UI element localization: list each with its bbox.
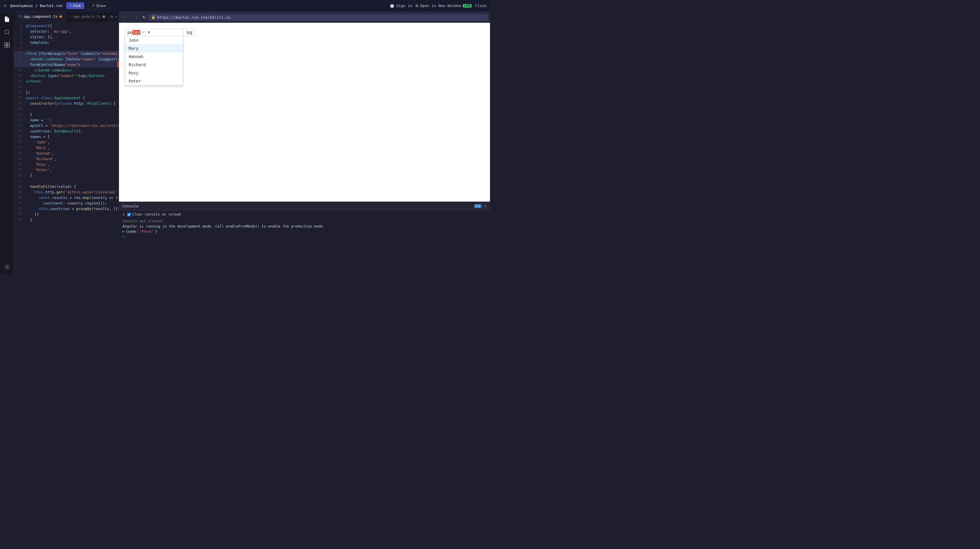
clear-console-icon[interactable]: ⊘ (123, 212, 125, 217)
combobox-value-highlight: ter (132, 30, 140, 35)
svg-point-0 (5, 30, 8, 34)
clear-on-reload-label[interactable]: Clear console on reload (127, 212, 181, 216)
svg-rect-4 (5, 45, 7, 48)
code-line-32: 32 ] (14, 173, 119, 178)
extensions-icon[interactable] (2, 40, 12, 50)
tab-app-component[interactable]: TS app.component.ts (15, 12, 65, 22)
code-line-30: 30 'Rosy', (14, 162, 119, 167)
console-header: Console ℹ 2 ∧ (119, 202, 490, 210)
refresh-button[interactable]: ↻ (142, 15, 146, 19)
console-angular-msg: Angular is running in the development mo… (123, 224, 487, 229)
code-line-12: 12 <kendo-combobox [data]="names" [sugge… (14, 56, 119, 62)
code-line-37: 37 continent: country.region}}); (14, 201, 119, 206)
split-editor-icon[interactable]: ⊟ (110, 14, 113, 19)
code-line-38: 38 this.countries = groupBy(results, [{f… (14, 206, 119, 212)
browser-pane: ← → ↻ 🔒 https://8wctw1.run.stackblitz.io… (119, 12, 490, 275)
code-line-21: 21 } (14, 112, 119, 117)
code-line-11: 11 <form [formGroup]="form" (submit)="on… (14, 51, 119, 56)
combobox-dropdown-button[interactable]: ▼ (145, 30, 152, 34)
angular-icon: ⬡ (69, 15, 72, 18)
code-line-27: 27 'Mary', (14, 145, 119, 151)
code-editor[interactable]: 6 @Component({ 7 selector: 'my-app', 8 s… (14, 22, 119, 275)
tab-bar: TS app.component.ts ⬡ app.module.ts ⊟ ⋯ (14, 12, 119, 22)
search-icon[interactable] (2, 27, 12, 37)
code-line-16: 16 ` (14, 84, 119, 89)
code-line-7: 7 selector: 'my-app', (14, 29, 119, 34)
console-toolbar: ⊘ Clear console on reload (123, 212, 487, 217)
code-line-20: 20 (14, 106, 119, 112)
tab-actions: ⊟ ⋯ (110, 14, 118, 19)
console-expand-arrow[interactable]: ▶ (123, 229, 124, 234)
log-button[interactable]: log (183, 29, 196, 36)
dropdown-item-hannah[interactable]: Hannah (125, 53, 183, 60)
code-line-12b: formControlName="name"> (14, 62, 119, 67)
browser-topbar: ← → ↻ 🔒 https://8wctw1.run.stackblitz.io (119, 12, 490, 23)
window-icon: ⧉ (415, 3, 418, 8)
settings-icon[interactable] (2, 262, 12, 272)
more-actions-icon[interactable]: ⋯ (115, 14, 118, 19)
project-path: @anonymous / 8wctw1.run (10, 3, 63, 8)
close-button[interactable]: Close (475, 3, 487, 8)
signin-button[interactable]: ⬤ Sign in (390, 3, 412, 8)
combobox-value-normal: pe (125, 30, 132, 35)
svg-rect-3 (7, 43, 10, 45)
dropdown-item-richard[interactable]: Richard (125, 60, 183, 69)
code-line-23: 23 apiUrl = 'https://restcountries.eu/re… (14, 123, 119, 128)
code-line-22: 22 name = ''; (14, 117, 119, 123)
code-line-14: 14 <button type="submit">log</button> (14, 73, 119, 78)
code-line-9: 9 template: ` (14, 40, 119, 45)
code-line-28: 28 'Hannah', (14, 151, 119, 156)
svg-rect-2 (5, 43, 7, 45)
dropdown-item-mary[interactable]: Mary (125, 45, 183, 53)
topbar-right: ⬤ Sign in ⧉ Open in New Window LIVE Clos… (390, 3, 487, 8)
console-badge: ℹ 2 (474, 204, 482, 208)
code-line-6: 6 @Component({ (14, 23, 119, 29)
info-icon: ℹ (476, 204, 477, 208)
console-cursor-line: > (123, 234, 487, 239)
tab-app-module[interactable]: ⬡ app.module.ts (65, 12, 109, 22)
svg-rect-5 (7, 45, 10, 48)
combobox-area: peter × ▼ log John Mary Hannah Richard R… (119, 23, 490, 36)
combobox-clear-button[interactable]: × (140, 30, 145, 35)
code-line-26: 26 'John', (14, 140, 119, 145)
github-icon: ⬤ (390, 3, 395, 8)
svg-line-1 (8, 33, 9, 34)
browser-content: peter × ▼ log John Mary Hannah Richard R… (119, 23, 490, 202)
open-new-window-button[interactable]: ⧉ Open in New Window LIVE (415, 3, 472, 8)
console-content: ⊘ Clear console on reload Console was cl… (119, 210, 490, 275)
console-gt-icon: > (123, 234, 125, 239)
console-object-line: ▶ {name: "Peter"} (123, 229, 487, 234)
error-indicator (118, 62, 119, 67)
clear-on-reload-checkbox[interactable] (127, 213, 131, 216)
code-line-19: 19 constructor(private http: HttpClient)… (14, 101, 119, 106)
forward-button[interactable]: → (132, 14, 140, 21)
code-line-35: 35 this.http.get(`${this.apiUrl}${value}… (14, 189, 119, 195)
code-line-34: 34 handleFilter(value) { (14, 184, 119, 189)
code-line-13: 13 </kendo-combobox> (14, 67, 119, 73)
combobox-wrapper: peter × ▼ log John Mary Hannah Richard R… (125, 29, 484, 36)
unsaved-dot-2 (103, 16, 105, 18)
code-line-10: 10 (14, 45, 119, 51)
console-cleared-msg: Console was cleared (123, 218, 487, 224)
dropdown-item-rosy[interactable]: Rosy (125, 69, 183, 77)
typescript-icon: TS (19, 15, 22, 18)
back-button[interactable]: ← (121, 14, 129, 21)
files-icon[interactable] (2, 14, 12, 24)
code-line-40: 40 } (14, 217, 119, 223)
dropdown-item-john[interactable]: John (125, 36, 183, 45)
share-button[interactable]: ↗ Share (88, 2, 110, 10)
share-icon: ↗ (92, 3, 95, 8)
code-line-18: 18 export class AppComponent { (14, 95, 119, 101)
code-line-25: 25 names = [ (14, 134, 119, 140)
editor-pane: TS app.component.ts ⬡ app.module.ts ⊟ ⋯ … (14, 12, 119, 275)
url-bar[interactable]: 🔒 https://8wctw1.run.stackblitz.io (148, 14, 488, 21)
fork-button[interactable]: ⑂ Fork (66, 2, 84, 9)
url-text: https://8wctw1.run.stackblitz.io (157, 15, 230, 19)
main-layout: TS app.component.ts ⬡ app.module.ts ⊟ ⋯ … (0, 12, 490, 275)
code-line-17: 17 }) (14, 89, 119, 95)
console-object-open: {name: (126, 229, 138, 234)
combobox-input-container: peter × ▼ (125, 29, 183, 36)
dropdown-item-peter[interactable]: Peter (125, 77, 183, 85)
console-object-close: } (156, 229, 158, 234)
console-expand-button[interactable]: ∧ (484, 204, 487, 208)
